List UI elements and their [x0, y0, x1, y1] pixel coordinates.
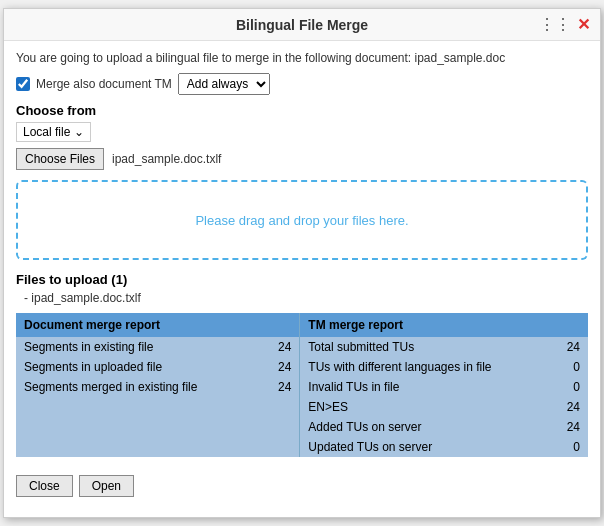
- file-chooser-row: Choose Files ipad_sample.doc.txlf: [16, 148, 588, 170]
- tm-row-4: EN>ES 24: [300, 397, 588, 417]
- tm-row-4-label: EN>ES: [308, 400, 348, 414]
- doc-row-2-value: 24: [278, 360, 291, 374]
- merge-tm-label: Merge also document TM: [36, 77, 172, 91]
- dialog-footer: Close Open: [4, 467, 600, 505]
- tm-row-2-label: TUs with different languages in file: [308, 360, 491, 374]
- dots-icon[interactable]: ⋮⋮: [539, 15, 571, 34]
- doc-row-3-label: Segments merged in existing file: [24, 380, 197, 394]
- doc-row-empty: [16, 397, 300, 417]
- tm-row-5-value: 24: [567, 420, 580, 434]
- choose-files-button[interactable]: Choose Files: [16, 148, 104, 170]
- close-button[interactable]: Close: [16, 475, 73, 497]
- open-button[interactable]: Open: [79, 475, 134, 497]
- local-file-label: Local file: [23, 125, 70, 139]
- merge-tm-row: Merge also document TM Add always Add ne…: [16, 73, 588, 95]
- doc-row-2-label: Segments in uploaded file: [24, 360, 162, 374]
- chevron-down-icon: ⌄: [74, 125, 84, 139]
- tm-row-4-value: 24: [567, 400, 580, 414]
- table-row: Updated TUs on server 0: [16, 437, 588, 457]
- tm-row-6: Updated TUs on server 0: [300, 437, 588, 457]
- file-list-item: - ipad_sample.doc.txlf: [16, 291, 588, 305]
- doc-row-1-value: 24: [278, 340, 291, 354]
- report-table: Document merge report TM merge report Se…: [16, 313, 588, 457]
- doc-row-2: Segments in uploaded file 24: [16, 357, 300, 377]
- dialog-title: Bilingual File Merge: [236, 17, 368, 33]
- merge-tm-checkbox[interactable]: [16, 77, 30, 91]
- tm-row-2: TUs with different languages in file 0: [300, 357, 588, 377]
- doc-row-1: Segments in existing file 24: [16, 337, 300, 357]
- table-row: Segments merged in existing file 24 Inva…: [16, 377, 588, 397]
- tm-row-5-label: Added TUs on server: [308, 420, 421, 434]
- doc-row-1-label: Segments in existing file: [24, 340, 153, 354]
- local-file-dropdown[interactable]: Local file ⌄: [16, 122, 91, 142]
- tm-row-2-value: 0: [573, 360, 580, 374]
- tm-row-6-value: 0: [573, 440, 580, 454]
- drop-zone[interactable]: Please drag and drop your files here.: [16, 180, 588, 260]
- table-row: Added TUs on server 24: [16, 417, 588, 437]
- drop-zone-text: Please drag and drop your files here.: [195, 213, 408, 228]
- tm-row-5: Added TUs on server 24: [300, 417, 588, 437]
- dialog-content: You are going to upload a bilingual file…: [4, 41, 600, 467]
- selected-file-name: ipad_sample.doc.txlf: [112, 152, 221, 166]
- table-row: EN>ES 24: [16, 397, 588, 417]
- doc-row-3: Segments merged in existing file 24: [16, 377, 300, 397]
- info-line: You are going to upload a bilingual file…: [16, 51, 588, 65]
- dialog-window: Bilingual File Merge ⋮⋮ ✕ You are going …: [3, 8, 601, 518]
- tm-row-1-label: Total submitted TUs: [308, 340, 414, 354]
- tm-row-3-label: Invalid TUs in file: [308, 380, 399, 394]
- tm-merge-header: TM merge report: [300, 313, 588, 337]
- close-icon[interactable]: ✕: [577, 15, 590, 34]
- choose-from-label: Choose from: [16, 103, 588, 118]
- tm-row-1: Total submitted TUs 24: [300, 337, 588, 357]
- merge-tm-select[interactable]: Add always Add new Overwrite: [178, 73, 270, 95]
- doc-merge-header: Document merge report: [16, 313, 300, 337]
- tm-row-6-label: Updated TUs on server: [308, 440, 432, 454]
- table-row: Segments in uploaded file 24 TUs with di…: [16, 357, 588, 377]
- table-row: Segments in existing file 24 Total submi…: [16, 337, 588, 357]
- tm-row-1-value: 24: [567, 340, 580, 354]
- tm-row-3: Invalid TUs in file 0: [300, 377, 588, 397]
- tm-row-3-value: 0: [573, 380, 580, 394]
- doc-row-empty3: [16, 437, 300, 457]
- title-icons: ⋮⋮ ✕: [539, 15, 590, 34]
- doc-row-3-value: 24: [278, 380, 291, 394]
- doc-row-empty2: [16, 417, 300, 437]
- files-to-upload-label: Files to upload (1): [16, 272, 588, 287]
- title-bar: Bilingual File Merge ⋮⋮ ✕: [4, 9, 600, 41]
